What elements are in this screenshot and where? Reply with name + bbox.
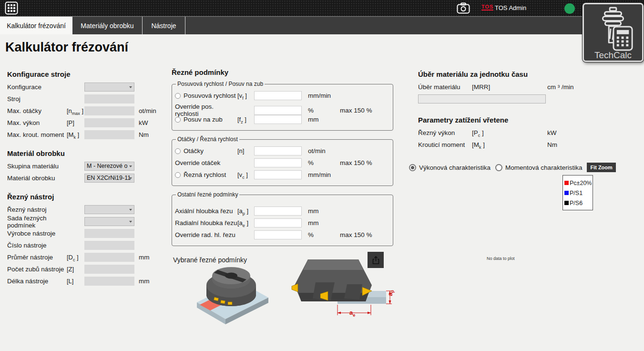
form-row: Průměr nástroje [Dc ] mm	[7, 253, 172, 262]
axial-depth-input[interactable]	[254, 206, 302, 216]
form-row: Materiál obrobku EN X2CrNi19-11	[7, 174, 172, 183]
chart-mode-row: Výkonová charakteristika Momentová chara…	[409, 163, 616, 172]
legend-item: P/S6	[564, 198, 591, 208]
chevron-down-icon	[129, 221, 132, 223]
unit-label: Nm	[139, 131, 149, 138]
field-label: Úběr materiálu	[418, 83, 472, 91]
unit-label: mm/min	[302, 171, 339, 178]
unit-label: mm	[302, 116, 339, 123]
cutting-speed-radio[interactable]	[175, 172, 181, 178]
tos-logo: TOS	[481, 4, 493, 10]
rpm-override-input[interactable]	[254, 158, 302, 167]
legend-swatch-ps1	[564, 191, 569, 195]
max-limit-label: max 150 %	[339, 231, 390, 238]
feed-per-tooth-radio[interactable]	[175, 117, 181, 123]
field-label: Stroj	[7, 95, 67, 103]
field-symbol: [ap ]	[237, 207, 254, 215]
unit-label: mm	[139, 278, 150, 285]
max-rpm-input[interactable]	[84, 106, 134, 115]
field-symbol: [Z]	[67, 266, 84, 273]
feed-per-tooth-input[interactable]	[254, 115, 302, 124]
material-group-select[interactable]: M - Nerezové o	[84, 162, 134, 171]
logged-in-user: TOS Admin	[495, 4, 526, 11]
form-row: Otáčky [n] ot/min	[175, 146, 390, 155]
techcalc-app-icon[interactable]: TechCalc	[583, 3, 644, 62]
legend-label: P/S6	[570, 200, 583, 206]
cutting-speed-input[interactable]	[254, 170, 302, 179]
tool-teeth-input[interactable]	[84, 265, 134, 274]
field-label: Číslo nástroje	[7, 242, 67, 249]
results-column: Úběr materiálu za jednotku času Úběr mat…	[418, 70, 644, 152]
form-row: Úběr materiálu [MRR] cm ³ /min	[418, 83, 644, 92]
unit-label: Nm	[547, 141, 644, 148]
max-limit-label: max 150 %	[339, 107, 390, 114]
feed-override-input[interactable]	[254, 106, 302, 115]
torque-characteristic-radio[interactable]	[495, 164, 502, 171]
tool-diameter-input[interactable]	[84, 253, 134, 262]
cutting-tool-select[interactable]	[84, 205, 134, 214]
power-characteristic-radio[interactable]	[409, 164, 416, 171]
field-label: Override rad. hl. řezu	[175, 231, 237, 238]
form-row: Skupina materiálu M - Nerezové o	[7, 162, 172, 171]
feed-rate-input[interactable]	[254, 91, 302, 100]
machine-config-select[interactable]	[84, 83, 134, 92]
techcalc-glyph	[592, 6, 634, 51]
machine-name-input[interactable]	[84, 94, 134, 103]
field-label: Axiální hloubka řezu	[175, 207, 237, 215]
cutting-set-select[interactable]	[84, 217, 134, 226]
field-label: Sada řezných podmínek	[7, 215, 67, 229]
form-row: Max. krout. moment [Mk ] Nm	[7, 130, 172, 139]
form-row: Číslo nástroje	[7, 241, 172, 250]
tab-milling-calculator[interactable]: Kalkulátor frézování	[0, 17, 72, 34]
field-label: Délka nástroje	[7, 278, 67, 285]
section-heading-cutting: Řezné podmínky	[172, 68, 393, 76]
apps-menu-button[interactable]	[5, 1, 18, 15]
section-heading-mrr: Úběr materiálu za jednotku času	[418, 70, 644, 78]
field-label: Krouticí moment	[418, 141, 472, 148]
legend-swatch-pc	[564, 181, 569, 185]
form-row: Výrobce nástroje	[7, 229, 172, 238]
milling-overview-illustration	[193, 257, 272, 328]
section-heading-material: Materiál obrobku	[7, 149, 172, 157]
camera-icon	[457, 2, 470, 14]
unit-label: mm	[302, 219, 339, 227]
field-label: Řezná rychlost	[184, 171, 237, 178]
screenshot-button[interactable]	[457, 2, 470, 14]
tab-tools[interactable]: Nástroje	[143, 17, 185, 34]
field-symbol: [ae ]	[237, 219, 254, 227]
field-symbol: [Pc ]	[472, 129, 547, 136]
field-label: Řezný nástroj	[7, 206, 67, 213]
tool-number-input[interactable]	[84, 241, 134, 250]
workpiece-material-select[interactable]: EN X2CrNi19-11	[84, 174, 134, 183]
plot-placeholder: No data to plot	[487, 256, 515, 261]
field-label: Max. výkon	[7, 119, 67, 126]
field-label: Otáčky	[184, 147, 237, 155]
rpm-input[interactable]	[254, 146, 302, 155]
radial-depth-input[interactable]	[254, 218, 302, 227]
unit-label: kW	[139, 119, 148, 126]
form-row: Override rad. hl. řezu % max 150 %	[175, 230, 390, 239]
field-symbol: [P]	[67, 119, 84, 126]
unit-label: mm	[302, 207, 339, 215]
rpm-radio[interactable]	[175, 148, 181, 154]
field-label: Override otáček	[175, 159, 237, 166]
speed-group: Otáčky / Řezná rychlost Otáčky [n] ot/mi…	[172, 136, 393, 186]
feed-rate-radio[interactable]	[175, 93, 181, 99]
unit-label: mm/min	[302, 92, 339, 99]
tool-length-input[interactable]	[84, 277, 134, 286]
form-row: Sada řezných podmínek	[7, 217, 172, 226]
field-symbol: [n]	[237, 147, 254, 155]
fit-zoom-button[interactable]: Fit Zoom	[587, 163, 615, 172]
feed-group-legend: Posuvová rychlost / Posuv na zub	[176, 81, 265, 87]
form-row: Override pos. rychlosti % max 150 %	[175, 103, 390, 112]
torque-characteristic-label: Momentová charakteristika	[505, 164, 582, 171]
axial-depth-dimension-label: ap	[387, 290, 394, 296]
tool-manufacturer-input[interactable]	[84, 229, 134, 238]
feed-group: Posuvová rychlost / Posuv na zub Posuvov…	[172, 81, 393, 131]
max-power-input[interactable]	[84, 118, 134, 127]
top-bar: TOS TOS Admin	[0, 0, 644, 16]
other-conditions-group: Ostatní řezné podmínky Axiální hloubka ř…	[172, 191, 393, 246]
max-torque-input[interactable]	[84, 130, 134, 139]
radial-override-input[interactable]	[254, 230, 302, 239]
tab-workpiece-materials[interactable]: Materiály obrobku	[72, 17, 143, 34]
